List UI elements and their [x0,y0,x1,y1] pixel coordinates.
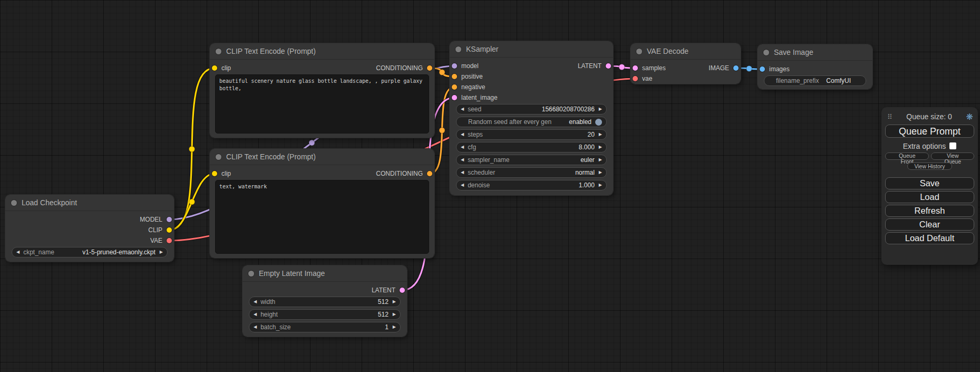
load-button[interactable]: Load [885,191,974,203]
increment-arrow-icon[interactable]: ▶ [393,300,396,304]
load-default-button[interactable]: Load Default [885,232,974,244]
widget-value: 512 [378,311,389,318]
output-label: IMAGE [709,64,729,72]
view-queue-button[interactable]: View Queue [931,152,974,160]
model-input-port[interactable] [452,63,457,69]
sampler-name-widget[interactable]: ◀sampler_nameeuler▶ [456,155,607,165]
decrement-arrow-icon[interactable]: ◀ [16,250,20,254]
node-load_checkpoint[interactable]: Load CheckpointMODELCLIPVAE◀ckpt_namev1-… [5,195,174,262]
view-history-button[interactable]: View History [907,163,952,170]
queue-panel: ⠿ Queue size: 0 ❋ Queue Prompt Extra opt… [881,107,978,265]
collapse-dot-icon[interactable] [216,154,221,160]
node-vae_decode[interactable]: VAE DecodesamplesvaeIMAGE [630,43,741,84]
filename-prefix-widget[interactable]: filename_prefixComfyUI [764,75,866,86]
ckpt-name-widget[interactable]: ◀ckpt_namev1-5-pruned-emaonly.ckpt▶ [12,247,168,257]
decrement-arrow-icon[interactable]: ◀ [461,132,464,137]
increment-arrow-icon[interactable]: ▶ [599,183,602,187]
decrement-arrow-icon[interactable]: ◀ [254,312,257,317]
positive-input-port[interactable] [452,74,457,79]
widget-label: seed [468,106,481,113]
widget-label: height [260,311,278,318]
widgets: ◀seed156680208700286▶Random seed after e… [456,104,607,190]
clip-input-port[interactable] [212,171,217,176]
denoise-widget[interactable]: ◀denoise1.000▶ [456,180,607,190]
increment-arrow-icon[interactable]: ▶ [599,145,602,149]
node-empty_latent[interactable]: Empty Latent ImageLATENT◀width512▶◀heigh… [242,265,407,337]
node-clip_encode_positive[interactable]: CLIP Text Encode (Prompt)clipCONDITIONIN… [210,43,434,138]
node-clip_encode_negative[interactable]: CLIP Text Encode (Prompt)clipCONDITIONIN… [210,149,434,258]
vae-input-port[interactable] [633,76,638,81]
input-slot-negative: negative [450,82,498,92]
node-ksampler[interactable]: KSamplermodelpositivenegativelatent_imag… [450,41,613,195]
drag-handle-icon[interactable]: ⠿ [887,113,892,121]
gear-icon[interactable]: ❋ [966,112,973,122]
increment-arrow-icon[interactable]: ▶ [393,312,396,317]
node-title-bar: CLIP Text Encode (Prompt) [210,43,434,60]
samples-input-port[interactable] [633,65,638,71]
toggle-dot[interactable] [595,119,602,126]
increment-arrow-icon[interactable]: ▶ [599,132,602,137]
widgets: ◀width512▶◀height512▶◀batch_size1▶ [249,297,401,332]
decrement-arrow-icon[interactable]: ◀ [461,170,464,175]
refresh-button[interactable]: Refresh [885,205,974,217]
VAE-output-port[interactable] [167,238,172,243]
decrement-arrow-icon[interactable]: ◀ [254,325,257,329]
clip-input-port[interactable] [212,65,217,71]
batch-size-widget[interactable]: ◀batch_size1▶ [249,322,401,332]
decrement-arrow-icon[interactable]: ◀ [461,158,464,162]
increment-arrow-icon[interactable]: ▶ [160,250,163,254]
prompt-textarea[interactable] [215,74,429,133]
graph-canvas[interactable]: Load CheckpointMODELCLIPVAE◀ckpt_namev1-… [0,0,980,372]
IMAGE-output-port[interactable] [733,65,739,71]
input-label: vae [642,75,652,82]
scheduler-widget[interactable]: ◀schedulernormal▶ [456,167,607,178]
images-input-port[interactable] [760,66,765,72]
queue-front-button[interactable]: Queue Front [885,152,929,160]
increment-arrow-icon[interactable]: ▶ [393,325,396,329]
steps-widget[interactable]: ◀steps20▶ [456,129,607,140]
collapse-dot-icon[interactable] [216,49,221,54]
clear-button[interactable]: Clear [885,218,974,231]
collapse-dot-icon[interactable] [248,271,254,276]
decrement-arrow-icon[interactable]: ◀ [254,300,257,304]
collapse-dot-icon[interactable] [636,49,642,54]
CLIP-output-port[interactable] [167,227,172,233]
extra-options-checkbox[interactable] [949,142,956,149]
CONDITIONING-output-port[interactable] [427,171,432,176]
increment-arrow-icon[interactable]: ▶ [599,107,602,111]
output-slot-VAE: VAE [140,235,174,246]
LATENT-output-port[interactable] [606,63,611,69]
cfg-widget[interactable]: ◀cfg8.000▶ [456,142,607,152]
LATENT-output-port[interactable] [400,288,405,293]
seed-widget[interactable]: ◀seed156680208700286▶ [456,104,607,115]
output-column: IMAGE [709,63,741,73]
output-slot-MODEL: MODEL [140,214,174,225]
CONDITIONING-output-port[interactable] [427,65,432,71]
node-title-label: Load Checkpoint [22,198,77,207]
increment-arrow-icon[interactable]: ▶ [599,170,602,175]
height-widget[interactable]: ◀height512▶ [249,309,401,320]
widget-label: filename_prefix [776,77,819,84]
negative-input-port[interactable] [452,84,457,90]
collapse-dot-icon[interactable] [763,50,769,55]
prompt-textarea[interactable] [215,180,429,254]
input-label: clip [221,64,231,72]
save-button[interactable]: Save [885,177,974,189]
increment-arrow-icon[interactable]: ▶ [599,158,602,162]
node-save_image[interactable]: Save Imageimagesfilename_prefixComfyUI [758,44,872,89]
input-label: images [769,65,790,73]
width-widget[interactable]: ◀width512▶ [249,297,401,307]
widget-label: width [260,298,275,306]
decrement-arrow-icon[interactable]: ◀ [461,107,464,111]
decrement-arrow-icon[interactable]: ◀ [461,145,464,149]
decrement-arrow-icon[interactable]: ◀ [461,183,464,187]
output-column: MODELCLIPVAE [140,214,174,246]
collapse-dot-icon[interactable] [455,46,461,52]
MODEL-output-port[interactable] [167,217,172,222]
collapse-dot-icon[interactable] [11,200,17,206]
random-seed-after-every-gen-widget[interactable]: Random seed after every genenabled [456,117,607,127]
queue-prompt-button[interactable]: Queue Prompt [885,125,974,138]
latent_image-input-port[interactable] [452,95,457,100]
input-label: latent_image [461,94,498,101]
node-title-label: VAE Decode [647,47,688,55]
